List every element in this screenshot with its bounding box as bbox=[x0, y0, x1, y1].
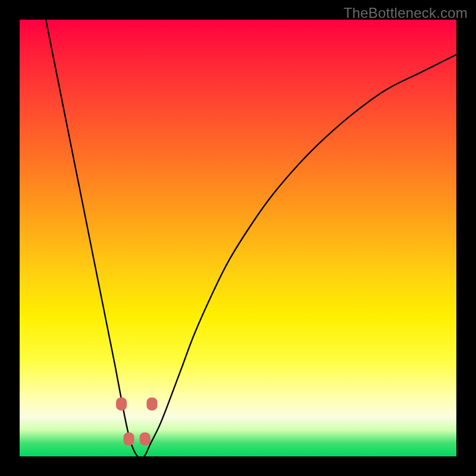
curve-marker bbox=[140, 433, 151, 446]
watermark-text: TheBottleneck.com bbox=[343, 5, 468, 21]
curve-marker bbox=[124, 433, 134, 446]
chart-svg bbox=[20, 20, 456, 456]
curve-markers bbox=[116, 397, 157, 446]
chart-plot-area bbox=[20, 20, 456, 456]
curve-marker bbox=[146, 397, 157, 411]
bottleneck-curve bbox=[46, 20, 456, 456]
curve-marker bbox=[116, 397, 127, 411]
